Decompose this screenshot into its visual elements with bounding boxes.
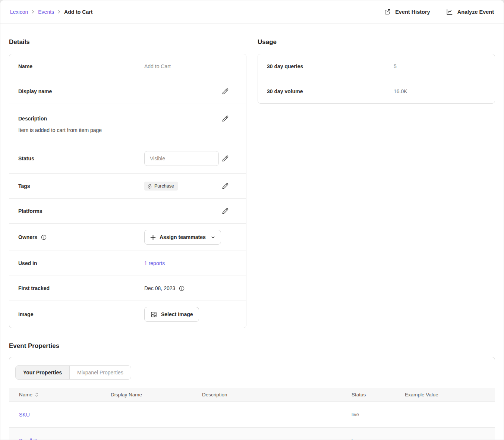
property-name-link[interactable]: Scroll %	[19, 438, 111, 440]
volume-value: 16.0K	[394, 88, 407, 94]
assign-teammates-button[interactable]: Assign teammates	[144, 230, 221, 245]
info-icon[interactable]	[41, 234, 47, 241]
image-icon	[150, 311, 157, 318]
description-label: Description	[18, 116, 144, 122]
property-status: live	[352, 412, 405, 417]
column-header-example-value: Example Value	[405, 392, 495, 397]
details-heading: Details	[9, 38, 246, 46]
breadcrumb-lexicon[interactable]: Lexicon	[10, 9, 28, 15]
detail-row-platforms: Platforms	[9, 198, 246, 223]
edit-status-button[interactable]	[221, 154, 230, 163]
line-chart-icon	[446, 8, 453, 16]
usage-card: 30 day queries 5 30 day volume 16.0K	[258, 54, 495, 104]
usage-row-volume: 30 day volume 16.0K	[258, 79, 495, 103]
properties-table-header: Name Display Name Description Status Exa…	[9, 388, 495, 402]
owners-label: Owners	[18, 234, 37, 240]
name-value: Add to Cart	[144, 63, 230, 69]
pencil-icon	[221, 88, 229, 95]
image-label: Image	[18, 311, 144, 317]
tags-label: Tags	[18, 183, 144, 189]
edit-description-button[interactable]	[221, 114, 230, 123]
event-history-label: Event History	[395, 9, 430, 15]
status-label: Status	[18, 155, 144, 161]
chevron-right-icon	[57, 10, 61, 13]
detail-row-status: Status Visible	[9, 143, 246, 173]
column-header-name[interactable]: Name	[19, 392, 111, 397]
property-row-sku: SKU live	[9, 402, 495, 428]
detail-row-display-name: Display name	[9, 79, 246, 104]
platforms-label: Platforms	[18, 208, 144, 214]
property-row-scroll-pct: Scroll % live	[9, 428, 495, 440]
detail-row-first-tracked: First tracked Dec 08, 2023	[9, 276, 246, 301]
breadcrumb-events[interactable]: Events	[38, 9, 54, 15]
column-header-status: Status	[352, 392, 405, 397]
name-label: Name	[18, 63, 144, 69]
used-in-label: Used in	[18, 260, 144, 266]
select-image-button[interactable]: Select Image	[144, 307, 199, 322]
tab-mixpanel-properties[interactable]: Mixpanel Properties	[70, 366, 131, 379]
analyze-event-label: Analyze Event	[457, 9, 494, 15]
detail-row-image: Image Select Image	[9, 301, 246, 328]
analyze-event-button[interactable]: Analyze Event	[446, 8, 494, 16]
pencil-icon	[221, 182, 229, 190]
usage-heading: Usage	[258, 38, 495, 46]
event-properties-heading: Event Properties	[9, 342, 495, 350]
chevron-right-icon	[31, 10, 35, 13]
queries-label: 30 day queries	[267, 63, 394, 69]
details-card: Name Add to Cart Display name	[9, 54, 246, 328]
assign-teammates-label: Assign teammates	[160, 234, 206, 240]
pencil-icon	[221, 155, 229, 162]
edit-platforms-button[interactable]	[221, 207, 230, 216]
detail-row-owners: Owners Assign teammates	[9, 223, 246, 251]
topbar: Lexicon Events Add to Cart Event History	[0, 0, 504, 23]
pencil-icon	[221, 115, 229, 122]
select-image-label: Select Image	[161, 311, 193, 317]
breadcrumb: Lexicon Events Add to Cart	[10, 9, 92, 15]
tag-chip-label: Purchase	[154, 183, 174, 189]
breadcrumb-current: Add to Cart	[64, 9, 92, 15]
usage-row-queries: 30 day queries 5	[258, 54, 495, 79]
edit-tags-button[interactable]	[221, 182, 230, 191]
detail-row-used-in: Used in 1 reports	[9, 251, 246, 276]
app-panel: Lexicon Events Add to Cart Event History	[0, 0, 504, 440]
first-tracked-label: First tracked	[18, 285, 144, 291]
detail-row-description: Description Item is added to cart from i…	[9, 104, 246, 143]
external-link-icon	[384, 8, 391, 15]
money-bag-icon	[147, 183, 152, 189]
topbar-actions: Event History Analyze Event	[384, 8, 494, 16]
column-header-description: Description	[202, 392, 352, 397]
pencil-icon	[221, 207, 229, 215]
description-text: Item is added to cart from item page	[18, 127, 230, 133]
first-tracked-value: Dec 08, 2023	[144, 285, 175, 291]
tab-your-properties[interactable]: Your Properties	[16, 366, 70, 379]
event-history-button[interactable]: Event History	[384, 8, 430, 15]
tag-chip-purchase: Purchase	[144, 182, 178, 191]
used-in-reports-link[interactable]: 1 reports	[144, 260, 165, 266]
status-select[interactable]: Visible	[144, 151, 219, 166]
info-icon[interactable]	[179, 285, 185, 292]
queries-value: 5	[394, 63, 397, 69]
sort-arrows-icon	[35, 392, 38, 397]
properties-tab-group: Your Properties Mixpanel Properties	[15, 365, 131, 380]
chevron-down-icon	[211, 235, 215, 239]
volume-label: 30 day volume	[267, 88, 394, 94]
plus-icon	[150, 235, 156, 240]
detail-row-tags: Tags Purchase	[9, 173, 246, 198]
column-header-display-name: Display Name	[111, 392, 202, 397]
property-name-link[interactable]: SKU	[19, 412, 111, 418]
property-status: live	[352, 438, 405, 440]
detail-row-name: Name Add to Cart	[9, 54, 246, 79]
edit-display-name-button[interactable]	[221, 87, 230, 96]
display-name-label: Display name	[18, 88, 144, 94]
event-properties-card: Your Properties Mixpanel Properties Name…	[9, 357, 495, 440]
